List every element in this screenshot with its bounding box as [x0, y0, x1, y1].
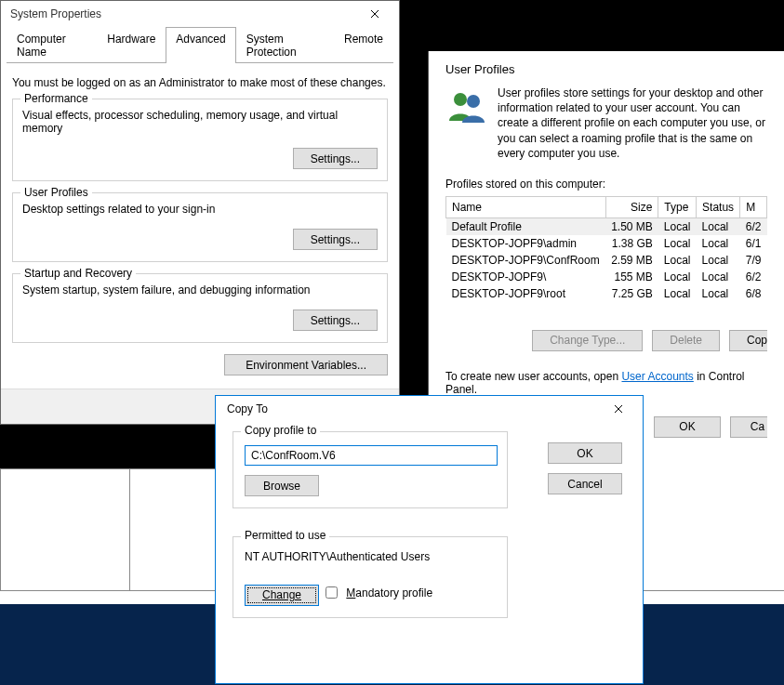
people-icon — [445, 86, 486, 126]
col-status[interactable]: Status — [697, 196, 740, 217]
admin-note: You must be logged on as an Administrato… — [12, 76, 388, 89]
startup-recovery-text: System startup, system failure, and debu… — [22, 283, 378, 296]
svg-point-0 — [454, 93, 467, 106]
copy-profile-to-group: Copy profile to Browse — [233, 431, 508, 508]
performance-legend: Performance — [20, 92, 92, 105]
description-text: User profiles store settings for your de… — [498, 86, 767, 161]
user-profiles-group: User Profiles Desktop settings related t… — [12, 192, 388, 262]
copy-to-button[interactable]: Cop — [729, 330, 767, 351]
ok-button[interactable]: OK — [548, 442, 622, 464]
col-name[interactable]: Name — [446, 196, 606, 217]
cell-size: 7.25 GB — [605, 285, 658, 302]
mandatory-profile-checkbox[interactable]: Mandatory profile — [322, 584, 432, 601]
user-profiles-settings-button[interactable]: Settings... — [293, 229, 378, 250]
cell-name: DESKTOP-JOPF9\ — [446, 269, 606, 285]
system-properties-window: System Properties Computer Name Hardware… — [0, 0, 400, 425]
performance-text: Visual effects, processor scheduling, me… — [22, 109, 378, 135]
mandatory-profile-input[interactable] — [326, 586, 338, 599]
col-m[interactable]: M — [740, 196, 767, 217]
table-row[interactable]: DESKTOP-JOPF9\root7.25 GBLocalLocal6/8 — [446, 285, 767, 302]
tab-remote[interactable]: Remote — [334, 27, 393, 63]
cell-type: Local — [658, 217, 697, 235]
permitted-user-text: NT AUTHORITY\Authenticated Users — [245, 550, 496, 563]
stored-label: Profiles stored on this computer: — [445, 178, 767, 191]
titlebar[interactable]: Copy To — [216, 396, 643, 422]
cell-type: Local — [658, 235, 697, 252]
cancel-button[interactable]: Ca — [730, 416, 767, 438]
cell-m: 6/8 — [740, 285, 767, 302]
col-type[interactable]: Type — [658, 196, 697, 217]
change-button[interactable]: Change — [245, 585, 319, 606]
cell-status: Local — [697, 269, 740, 285]
ok-button[interactable]: OK — [654, 416, 721, 438]
cell-name: DESKTOP-JOPF9\root — [446, 285, 606, 302]
cell-name: DESKTOP-JOPF9\admin — [446, 235, 606, 252]
table-row[interactable]: DESKTOP-JOPF9\ConfRoom2.59 MBLocalLocal7… — [446, 252, 767, 269]
window-title: System Properties — [10, 7, 101, 20]
cell-m: 6/2 — [740, 217, 767, 235]
user-profiles-legend: User Profiles — [20, 186, 92, 199]
startup-recovery-group: Startup and Recovery System startup, sys… — [12, 273, 388, 343]
cell-status: Local — [697, 217, 740, 235]
performance-settings-button[interactable]: Settings... — [293, 148, 378, 169]
permitted-to-use-legend: Permitted to use — [241, 529, 329, 542]
tab-computer-name[interactable]: Computer Name — [7, 27, 97, 63]
browse-button[interactable]: Browse — [245, 475, 319, 496]
tab-advanced[interactable]: Advanced — [166, 27, 235, 63]
cell-name: DESKTOP-JOPF9\ConfRoom — [446, 252, 606, 269]
tab-system-protection[interactable]: System Protection — [236, 27, 334, 63]
col-size[interactable]: Size — [605, 196, 658, 217]
close-icon[interactable] — [356, 4, 393, 24]
cell-size: 1.50 MB — [605, 217, 658, 235]
table-row[interactable]: DESKTOP-JOPF9\155 MBLocalLocal6/2 — [446, 269, 767, 285]
cell-type: Local — [658, 285, 697, 302]
table-row[interactable]: DESKTOP-JOPF9\admin1.38 GBLocalLocal6/1 — [446, 235, 767, 252]
cancel-button[interactable]: Cancel — [548, 473, 622, 494]
mandatory-profile-label: Mandatory profile — [346, 586, 432, 599]
profile-path-input[interactable] — [245, 445, 498, 466]
cell-m: 6/2 — [740, 269, 767, 285]
startup-recovery-settings-button[interactable]: Settings... — [293, 310, 378, 331]
titlebar[interactable]: System Properties — [1, 1, 399, 27]
close-icon[interactable] — [600, 399, 637, 419]
cell-size: 2.59 MB — [605, 252, 658, 269]
window-title: Copy To — [227, 402, 268, 415]
tab-hardware[interactable]: Hardware — [97, 27, 166, 63]
cell-size: 155 MB — [605, 269, 658, 285]
performance-group: Performance Visual effects, processor sc… — [12, 99, 388, 181]
cell-status: Local — [697, 235, 740, 252]
table-row[interactable]: Default Profile1.50 MBLocalLocal6/2 — [446, 217, 767, 235]
window-title: User Profiles — [429, 51, 784, 86]
permitted-to-use-group: Permitted to use NT AUTHORITY\Authentica… — [233, 536, 508, 618]
cell-size: 1.38 GB — [605, 235, 658, 252]
cp-pre: To create new user accounts, open — [445, 370, 621, 383]
tabs: Computer Name Hardware Advanced System P… — [7, 27, 393, 63]
cell-m: 6/1 — [740, 235, 767, 252]
cell-status: Local — [697, 285, 740, 302]
environment-variables-button[interactable]: Environment Variables... — [224, 354, 388, 375]
background-window-left — [0, 468, 130, 591]
copy-to-dialog: Copy To Copy profile to Browse OK Cancel… — [215, 395, 644, 684]
cell-m: 7/9 — [740, 252, 767, 269]
copy-profile-to-legend: Copy profile to — [241, 424, 320, 437]
change-type-button[interactable]: Change Type... — [532, 330, 643, 351]
svg-point-1 — [467, 95, 480, 108]
cell-type: Local — [658, 252, 697, 269]
user-accounts-link[interactable]: User Accounts — [621, 370, 693, 383]
cell-status: Local — [697, 252, 740, 269]
cell-name: Default Profile — [446, 217, 606, 235]
table-header-row: Name Size Type Status M — [446, 196, 767, 217]
delete-button[interactable]: Delete — [652, 330, 720, 351]
cell-type: Local — [658, 269, 697, 285]
user-profiles-text: Desktop settings related to your sign-in — [22, 203, 378, 216]
startup-recovery-legend: Startup and Recovery — [20, 267, 136, 280]
profiles-table[interactable]: Name Size Type Status M Default Profile1… — [445, 196, 767, 302]
